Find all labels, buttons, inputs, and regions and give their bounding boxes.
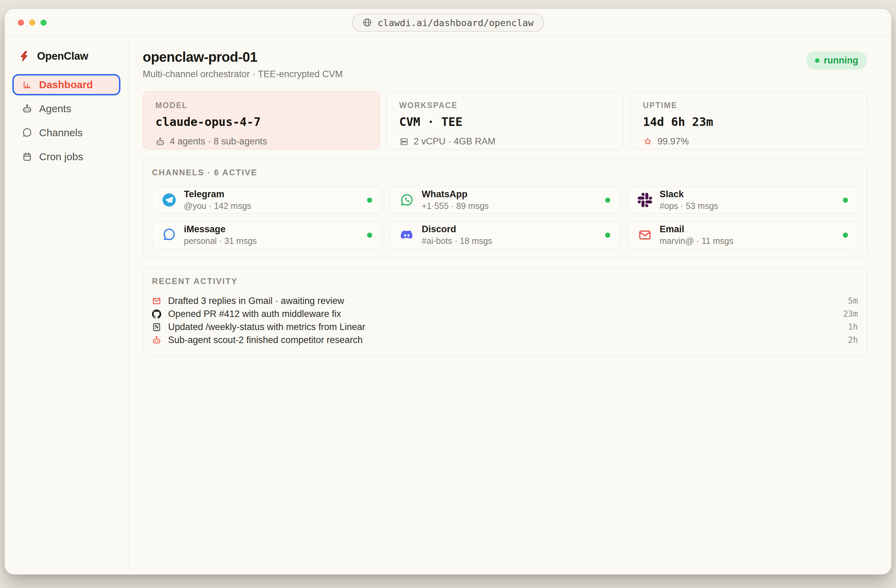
- whatsapp-icon: [400, 193, 414, 207]
- sidebar-item-dashboard[interactable]: Dashboard: [12, 74, 120, 95]
- server-icon: [399, 137, 409, 146]
- channel-card-whatsapp[interactable]: WhatsApp +1·555 · 89 msgs: [390, 186, 620, 214]
- stat-label: MODEL: [155, 101, 367, 110]
- stat-card-uptime[interactable]: UPTIME 14d 6h 23m 99.97%: [630, 91, 867, 149]
- channel-name: Discord: [422, 224, 492, 235]
- calendar-icon: [22, 152, 32, 162]
- robot-icon: [22, 104, 32, 114]
- status-badge: running: [806, 52, 867, 70]
- channel-detail: +1·555 · 89 msgs: [422, 201, 489, 211]
- robot-icon: [155, 137, 165, 146]
- globe-icon: [362, 18, 372, 27]
- brand[interactable]: OpenClaw: [18, 50, 128, 62]
- activity-list: Drafted 3 replies in Gmail · awaiting re…: [152, 294, 858, 346]
- channels-panel: CHANNELS · 6 ACTIVE Telegram @you · 142 …: [143, 158, 867, 258]
- browser-window: clawdi.ai/dashboard/openclaw OpenClaw Da…: [5, 9, 891, 574]
- title-bar: clawdi.ai/dashboard/openclaw: [5, 9, 891, 37]
- brand-label: OpenClaw: [37, 50, 88, 62]
- activity-row: N Updated /weekly-status with metrics fr…: [152, 320, 858, 334]
- bar-chart-icon: [22, 79, 32, 90]
- channel-name: iMessage: [184, 224, 257, 235]
- channel-name: Email: [660, 224, 733, 235]
- slack-icon: [638, 193, 652, 207]
- minimize-window-icon[interactable]: [29, 20, 35, 26]
- page-subtitle: Multi-channel orchestrator · TEE-encrypt…: [143, 69, 343, 79]
- stat-meta-text: 4 agents · 8 sub-agents: [170, 136, 267, 147]
- channel-card-email[interactable]: Email marvin@ · 11 msgs: [628, 221, 858, 249]
- window-controls[interactable]: [18, 20, 47, 26]
- sidebar-item-label: Cron jobs: [39, 151, 83, 163]
- activity-text: Drafted 3 replies in Gmail · awaiting re…: [168, 296, 344, 306]
- claw-bolt-logo-icon: [18, 50, 30, 62]
- chat-bubble-icon: [22, 128, 32, 138]
- sidebar: OpenClaw Dashboard Agents: [5, 37, 128, 574]
- channel-card-imessage[interactable]: iMessage personal · 31 msgs: [152, 221, 382, 249]
- status-label: running: [824, 55, 858, 66]
- sidebar-item-cron-jobs[interactable]: Cron jobs: [12, 146, 120, 168]
- zoom-window-icon[interactable]: [41, 20, 47, 26]
- stat-meta-text: 99.97%: [657, 136, 689, 147]
- robot-icon: [152, 335, 161, 345]
- url-bar[interactable]: clawdi.ai/dashboard/openclaw: [352, 14, 544, 32]
- activity-heading: RECENT ACTIVITY: [152, 277, 858, 286]
- channels-heading: CHANNELS · 6 ACTIVE: [152, 168, 858, 177]
- sidebar-item-label: Dashboard: [39, 79, 93, 91]
- sidebar-item-label: Channels: [39, 127, 83, 139]
- channel-grid: Telegram @you · 142 msgs: [152, 186, 858, 249]
- channel-name: WhatsApp: [422, 189, 489, 200]
- activity-time: 1h: [848, 322, 858, 332]
- channel-detail: #ops · 53 msgs: [660, 201, 718, 211]
- stat-value: CVM · TEE: [399, 115, 611, 129]
- sidebar-item-channels[interactable]: Channels: [12, 122, 120, 143]
- telegram-icon: [162, 193, 176, 207]
- stat-value: 14d 6h 23m: [643, 115, 855, 129]
- activity-text: Sub-agent scout-2 finished competitor re…: [168, 335, 363, 346]
- stat-card-model[interactable]: MODEL claude-opus-4-7 4 agents · 8 sub-a…: [143, 91, 380, 149]
- activity-time: 23m: [843, 309, 858, 319]
- stats-row: MODEL claude-opus-4-7 4 agents · 8 sub-a…: [143, 91, 867, 149]
- activity-row: Sub-agent scout-2 finished competitor re…: [152, 334, 858, 346]
- email-icon: [638, 228, 652, 242]
- channel-detail: marvin@ · 11 msgs: [660, 236, 733, 246]
- channel-card-slack[interactable]: Slack #ops · 53 msgs: [628, 186, 858, 214]
- close-window-icon[interactable]: [18, 20, 24, 26]
- channel-detail: @you · 142 msgs: [184, 201, 251, 211]
- activity-row: Opened PR #412 with auth middleware fix …: [152, 308, 858, 320]
- star-icon: [643, 137, 652, 146]
- stat-label: UPTIME: [643, 101, 855, 110]
- github-icon: [152, 309, 161, 319]
- stat-card-workspace[interactable]: WORKSPACE CVM · TEE 2 vCPU · 4GB RAM: [387, 91, 624, 149]
- notion-icon: N: [152, 323, 161, 332]
- status-dot-icon: [815, 58, 820, 63]
- discord-icon: [400, 228, 414, 242]
- url-text: clawdi.ai/dashboard/openclaw: [377, 17, 533, 28]
- svg-text:N: N: [154, 324, 159, 330]
- channel-status-dot: [605, 233, 610, 238]
- page-header: openclaw-prod-01 Multi-channel orchestra…: [143, 49, 867, 79]
- channel-name: Slack: [660, 189, 718, 200]
- activity-time: 2h: [848, 335, 858, 345]
- channel-name: Telegram: [184, 189, 251, 200]
- page-title: openclaw-prod-01: [143, 49, 343, 65]
- stat-meta-text: 2 vCPU · 4GB RAM: [414, 136, 496, 147]
- channel-detail: #ai-bots · 18 msgs: [422, 236, 492, 246]
- channel-status-dot: [843, 233, 848, 238]
- activity-row: Drafted 3 replies in Gmail · awaiting re…: [152, 294, 858, 308]
- activity-text: Updated /weekly-status with metrics from…: [168, 322, 365, 332]
- channel-status-dot: [843, 198, 848, 203]
- stat-label: WORKSPACE: [399, 101, 611, 110]
- activity-time: 5m: [848, 296, 858, 306]
- mail-icon: [152, 296, 161, 306]
- imessage-icon: [162, 228, 176, 242]
- recent-activity-panel: RECENT ACTIVITY Drafted 3 replies in Gma…: [143, 267, 867, 356]
- channel-detail: personal · 31 msgs: [184, 236, 257, 246]
- sidebar-item-label: Agents: [39, 103, 71, 114]
- main-content: openclaw-prod-01 Multi-channel orchestra…: [128, 37, 891, 574]
- channel-card-telegram[interactable]: Telegram @you · 142 msgs: [152, 186, 382, 214]
- channel-status-dot: [605, 198, 610, 203]
- stat-value: claude-opus-4-7: [155, 115, 367, 129]
- sidebar-item-agents[interactable]: Agents: [12, 98, 120, 119]
- channel-card-discord[interactable]: Discord #ai-bots · 18 msgs: [390, 221, 620, 249]
- channel-status-dot: [367, 198, 372, 203]
- channel-status-dot: [367, 233, 372, 238]
